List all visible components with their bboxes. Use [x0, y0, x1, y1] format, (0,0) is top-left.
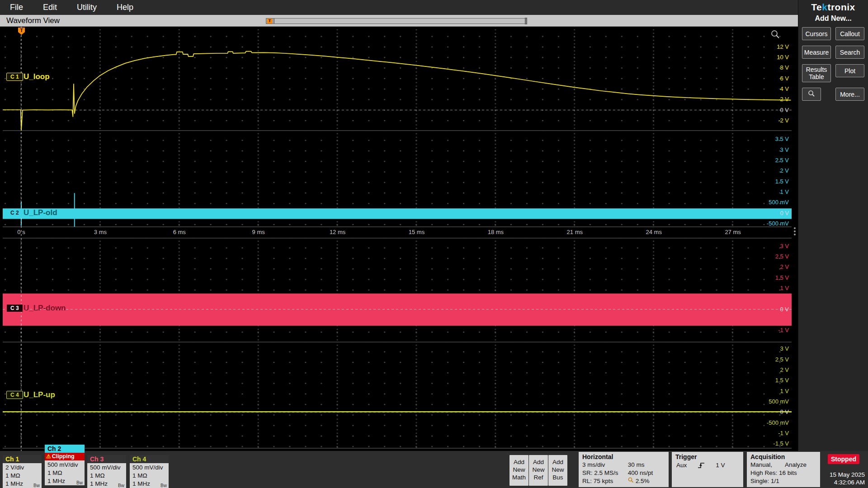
main-row: File Edit Utility Help Waveform View T: [0, 0, 868, 451]
trigger-panel[interactable]: Trigger Aux 1 V: [672, 452, 743, 487]
callout-button[interactable]: Callout: [835, 27, 864, 40]
add-new-title: Add New...: [815, 14, 851, 23]
volt-axis-label: 0 V: [780, 408, 789, 415]
ch3-impedance: 1 MΩ: [90, 472, 124, 480]
more-button[interactable]: More...: [835, 88, 864, 101]
trigger-title: Trigger: [672, 452, 743, 461]
time-axis-label: 21 ms: [564, 229, 585, 235]
ch1-impedance: 1 MΩ: [5, 472, 40, 480]
volt-axis-label: 1 V: [780, 285, 789, 291]
volt-axis-label: -1 V: [778, 430, 789, 436]
search-button[interactable]: Search: [835, 46, 864, 59]
horizontal-record-length: RL: 75 kpts: [582, 477, 628, 485]
volt-axis-label: -500 mV: [767, 220, 789, 227]
volt-axis-label: 2.5 V: [775, 157, 789, 164]
ch4-scale: 500 mV/div: [132, 464, 167, 472]
volt-axis-label: 1.5 V: [775, 274, 789, 281]
acquisition-mode: Manual,: [750, 461, 785, 469]
results-table-button[interactable]: Results Table: [802, 64, 831, 82]
time-axis-label: 24 ms: [643, 229, 665, 235]
plot-channel-label-1[interactable]: U_loop: [24, 72, 50, 81]
bw-limit-icon: Bw: [160, 482, 167, 488]
menu-item-help[interactable]: Help: [117, 3, 133, 12]
plot-channel-label-2[interactable]: U_LP-old: [24, 208, 57, 217]
time-axis-label: 0 s: [10, 229, 32, 235]
plot-channel-badge-4[interactable]: C 4: [6, 391, 23, 399]
menu-item-edit[interactable]: Edit: [43, 3, 57, 12]
horizontal-pan-bar[interactable]: T: [266, 18, 527, 24]
volt-axis-label: -1.5 V: [773, 440, 789, 447]
volt-axis-label: -1 V: [778, 327, 789, 333]
rising-edge-icon: [698, 462, 705, 469]
plot-channel-label-3[interactable]: U_LP-down: [24, 304, 66, 313]
ch2-bandwidth: 1 MHzBw: [47, 477, 83, 485]
sidebar-button-grid: Cursors Callout Measure Search Results T…: [802, 27, 864, 101]
plot-channel-label-4[interactable]: U_LP-up: [24, 390, 55, 399]
horizontal-rows: 3 ms/div 30 ms SR: 2.5 MS/s 400 ns/pt RL…: [579, 461, 669, 485]
volt-axis-label: 1 V: [780, 388, 789, 394]
time-axis-label: 12 ms: [327, 229, 349, 235]
trigger-level: 1 V: [716, 462, 725, 469]
menu-item-utility[interactable]: Utility: [77, 3, 97, 12]
magnifier-icon: [808, 90, 815, 99]
zoom-magnifier-icon: [628, 477, 634, 485]
channel2-info: 500 mV/div 1 MΩ 1 MHzBw: [45, 460, 85, 485]
panel-drag-handle[interactable]: [794, 227, 796, 229]
run-state-badge: Stopped: [828, 454, 859, 464]
trigger-row: Aux 1 V: [672, 461, 743, 469]
horizontal-sample-rate: SR: 2.5 MS/s: [582, 469, 628, 477]
volt-axis-label: -500 mV: [767, 419, 789, 426]
acquisition-panel[interactable]: Acquisition Manual, Analyze High Res: 16…: [747, 452, 820, 487]
add-new-ref-button[interactable]: AddNewRef: [529, 455, 548, 486]
horizontal-window: 30 ms: [628, 461, 665, 469]
plot-channel-badge-2[interactable]: C 2: [6, 209, 23, 217]
channel1-info: 2 V/div 1 MΩ 1 MHzBw: [3, 463, 42, 488]
channel4-settings-box[interactable]: Ch 4 500 mV/div 1 MΩ 1 MHzBw: [130, 455, 169, 488]
plot-button[interactable]: Plot: [835, 64, 864, 77]
menu-item-file[interactable]: File: [10, 3, 23, 12]
pan-thumb[interactable]: T: [266, 19, 274, 23]
time-axis-label: 3 ms: [90, 229, 111, 235]
date-time: 15 May 2025 4:32:06 AM: [816, 471, 865, 486]
plot-channel-badge-3[interactable]: C 3: [6, 304, 23, 312]
bottom-bar: Ch 1 2 V/div 1 MΩ 1 MHzBw Ch 2 ⚠Clipping…: [0, 451, 868, 488]
add-new-bus-button[interactable]: AddNewBus: [548, 455, 567, 486]
pan-trigger-marker[interactable]: T: [267, 19, 272, 23]
volt-axis-label: 3 V: [780, 146, 789, 153]
horizontal-zoom: 2.5%: [628, 477, 665, 485]
cursors-button[interactable]: Cursors: [802, 27, 831, 40]
logo-accent: k: [822, 2, 827, 13]
channel3-settings-box[interactable]: Ch 3 500 mV/div 1 MΩ 1 MHzBw: [87, 455, 126, 488]
volt-axis-label: 2.5 V: [775, 253, 789, 260]
waveform-traces: [3, 27, 792, 451]
channel1-settings-box[interactable]: Ch 1 2 V/div 1 MΩ 1 MHzBw: [3, 455, 42, 488]
acquisition-single: Single: 1/1: [750, 477, 816, 485]
horizontal-title: Horizontal: [579, 452, 669, 461]
left-column: File Edit Utility Help Waveform View T: [0, 0, 798, 451]
volt-axis-label: 2 V: [780, 96, 789, 103]
add-new-math-button[interactable]: AddNewMath: [509, 455, 528, 486]
channel2-settings-box[interactable]: Ch 2 ⚠Clipping 500 mV/div 1 MΩ 1 MHzBw: [45, 445, 85, 487]
oscilloscope-app: File Edit Utility Help Waveform View T: [0, 0, 868, 488]
volt-axis-label: 500 mV: [769, 398, 789, 405]
waveform-plot[interactable]: T 12 V10 V8 V6 V4 V2 V0 V-2 V3.5 V3 V2.5…: [3, 27, 792, 451]
sidebar: Tektronix Add New... Cursors Callout Mea…: [798, 0, 868, 451]
zoom-mode-button[interactable]: [802, 88, 821, 101]
plot-zoom-icon[interactable]: [770, 29, 780, 41]
volt-axis-label: 2.5 V: [775, 356, 789, 363]
ch3-bandwidth: 1 MHzBw: [90, 480, 124, 488]
volt-axis-label: 3.5 V: [775, 136, 789, 142]
volt-axis-label: 2 V: [780, 263, 789, 270]
volt-axis-label: 10 V: [777, 54, 789, 61]
volt-axis-label: -2 V: [778, 117, 789, 124]
volt-axis-label: 500 mV: [769, 295, 789, 302]
volt-axis-label: 1.5 V: [775, 377, 789, 384]
ch1-scale: 2 V/div: [5, 464, 40, 472]
horizontal-panel[interactable]: Horizontal 3 ms/div 30 ms SR: 2.5 MS/s 4…: [579, 452, 669, 487]
volt-axis-label: 0 V: [780, 210, 789, 216]
acquisition-analyze: Analyze: [785, 461, 816, 469]
measure-button[interactable]: Measure: [802, 46, 831, 59]
acquisition-highres: High Res: 16 bits: [750, 469, 816, 477]
plot-channel-badge-1[interactable]: C 1: [6, 73, 23, 81]
volt-axis-label: 3 V: [780, 345, 789, 352]
